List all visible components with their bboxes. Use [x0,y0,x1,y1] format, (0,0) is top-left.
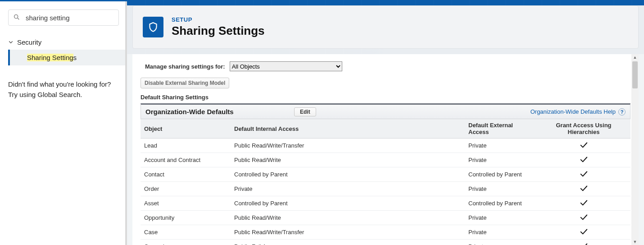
th-external: Default External Access [465,119,537,139]
page-header: SETUP Sharing Settings [132,5,639,49]
cell-external: Private [465,211,537,225]
owd-panel-header: Organization-Wide Defaults Edit Organiza… [141,103,630,119]
manage-object-select[interactable]: All Objects [230,61,342,71]
cell-object: Order [141,182,231,196]
sidebar-nofind: Didn't find what you're looking for? Try… [0,65,127,100]
default-sharing-section-label: Default Sharing Settings [141,94,630,101]
cell-object: Asset [141,196,231,211]
scroll-up-arrow[interactable]: ▲ [631,54,639,60]
cell-object: Opportunity [141,211,231,225]
sidebar-item-highlight: Sharing Setting [27,54,73,61]
th-hierarchy: Grant Access Using Hierarchies [537,119,630,139]
check-icon [580,156,588,164]
table-row: CasePublic Read/Write/TransferPrivate [141,225,630,240]
check-icon [580,141,588,150]
check-icon [580,185,588,193]
cell-hierarchy [537,167,630,182]
cell-hierarchy [537,225,630,240]
cell-external: Private [465,240,537,245]
cell-object: Case [141,225,231,240]
table-row: Account and ContractPublic Read/WritePri… [141,153,630,167]
table-row: OrderPrivatePrivate [141,182,630,196]
cell-hierarchy [537,182,630,196]
search-icon [13,14,21,22]
scroll-down-arrow[interactable]: ▼ [631,239,639,245]
quick-find-box[interactable] [8,9,119,26]
cell-object: Account and Contract [141,153,231,167]
check-icon [580,199,588,208]
shield-icon [143,17,163,37]
vertical-scrollbar[interactable]: ▲ ▼ [631,54,639,245]
cell-object: Lead [141,139,231,153]
cell-hierarchy [537,211,630,225]
cell-object: Campaign [141,240,231,245]
cell-internal: Public Read/Write/Transfer [231,139,465,153]
manage-label: Manage sharing settings for: [145,63,225,70]
sidebar-section-label: Security [17,38,41,46]
cell-internal: Public Read/Write [231,153,465,167]
cell-internal: Public Read/Write/Transfer [231,225,465,240]
chevron-down-icon [8,38,14,46]
sidebar-item-suffix: s [73,54,77,61]
table-row: CampaignPublic Full AccessPrivate [141,240,630,245]
check-icon [580,213,588,222]
table-row: AssetControlled by ParentControlled by P… [141,196,630,211]
cell-external: Private [465,225,537,240]
cell-hierarchy [537,196,630,211]
quick-find-input[interactable] [25,14,114,22]
cell-object: Contact [141,167,231,182]
table-row: OpportunityPublic Read/WritePrivate [141,211,630,225]
table-row: ContactControlled by ParentControlled by… [141,167,630,182]
content-panel: Manage sharing settings for: All Objects… [132,54,639,245]
th-object: Object [141,119,231,139]
disable-external-sharing-button[interactable]: Disable External Sharing Model [141,78,229,88]
check-icon [580,170,588,179]
th-internal: Default Internal Access [231,119,465,139]
owd-table: Object Default Internal Access Default E… [141,119,630,245]
nofind-line2: Try using Global Search. [8,89,119,100]
cell-internal: Private [231,182,465,196]
cell-internal: Controlled by Parent [231,167,465,182]
cell-hierarchy [537,139,630,153]
cell-internal: Controlled by Parent [231,196,465,211]
cell-hierarchy [537,240,630,245]
cell-external: Private [465,139,537,153]
setup-sidebar: Security Sharing Settings Didn't find wh… [0,0,127,245]
table-row: LeadPublic Read/Write/TransferPrivate [141,139,630,153]
scroll-thumb[interactable] [632,61,638,88]
check-icon [580,242,588,245]
main-area: SETUP Sharing Settings Manage sharing se… [127,0,644,245]
cell-external: Controlled by Parent [465,167,537,182]
check-icon [580,228,588,236]
cell-external: Private [465,153,537,167]
sidebar-item-sharing-settings[interactable]: Sharing Settings [8,50,127,65]
owd-panel-title: Organization-Wide Defaults [145,108,294,116]
sidebar-item-security[interactable]: Security [8,35,127,50]
svg-line-1 [18,18,19,19]
edit-button[interactable]: Edit [294,107,316,116]
cell-internal: Public Full Access [231,240,465,245]
cell-external: Private [465,182,537,196]
cell-internal: Public Read/Write [231,211,465,225]
cell-external: Controlled by Parent [465,196,537,211]
owd-help-link[interactable]: Organization-Wide Defaults Help [531,108,616,115]
breadcrumb: SETUP [172,16,265,23]
cell-hierarchy [537,153,630,167]
page-title: Sharing Settings [172,24,265,38]
nofind-line1: Didn't find what you're looking for? [8,79,119,89]
help-icon[interactable]: ? [618,108,626,116]
svg-point-0 [14,14,18,18]
